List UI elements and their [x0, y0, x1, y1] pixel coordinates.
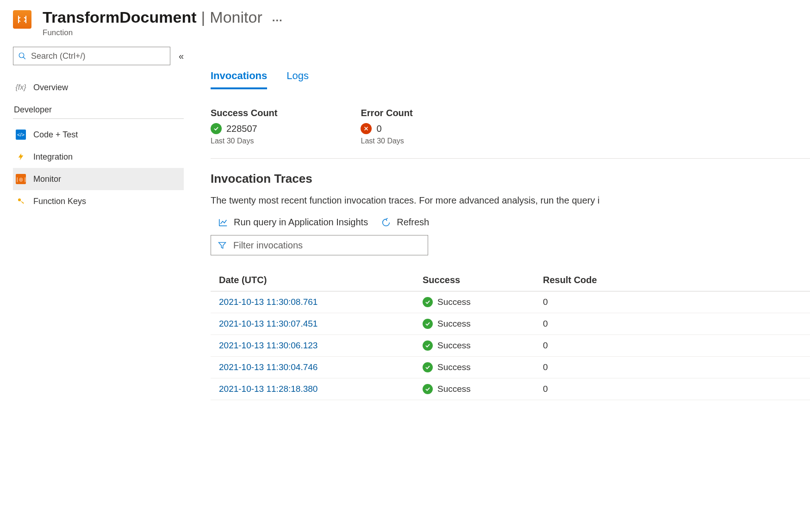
stat-value: 0 [376, 124, 381, 134]
stat-success: Success Count 228507 Last 30 Days [211, 108, 277, 145]
invocation-status: Success [414, 335, 535, 357]
check-circle-icon [423, 340, 433, 351]
table-row: 2021-10-13 11:28:18.380Success0 [211, 378, 810, 400]
fx-icon: {fx} [16, 82, 26, 93]
check-circle-icon [211, 123, 222, 134]
invocation-date-link[interactable]: 2021-10-13 11:30:04.746 [211, 357, 414, 378]
title-name: TransformDocument [43, 8, 197, 26]
filter-placeholder: Filter invocations [233, 240, 303, 251]
invocation-date-link[interactable]: 2021-10-13 11:28:18.380 [211, 378, 414, 400]
search-placeholder: Search (Ctrl+/) [31, 51, 86, 61]
table-row: 2021-10-13 11:30:08.761Success0 [211, 291, 810, 313]
sidebar-section-label: Developer [14, 105, 184, 115]
code-icon: </> [16, 130, 26, 140]
stat-sublabel: Last 30 Days [361, 137, 412, 145]
table-row: 2021-10-13 11:30:04.746Success0 [211, 357, 810, 378]
stat-value: 228507 [226, 124, 257, 134]
sidebar: Search (Ctrl+/) « {fx} Overview Develope… [0, 47, 192, 400]
bolt-icon [16, 152, 26, 162]
refresh-icon [381, 217, 391, 228]
sidebar-label: Code + Test [33, 130, 78, 140]
run-query-button[interactable]: Run query in Application Insights [218, 217, 368, 228]
sidebar-label: Monitor [33, 174, 61, 184]
stat-sublabel: Last 30 Days [211, 137, 277, 145]
invocation-result: 0 [535, 335, 810, 357]
check-circle-icon [423, 297, 433, 307]
invocation-status: Success [414, 291, 535, 313]
sidebar-item-integration[interactable]: Integration [13, 146, 184, 168]
sidebar-label: Function Keys [33, 197, 86, 206]
search-icon [18, 52, 26, 60]
chart-icon [218, 217, 228, 228]
invocation-date-link[interactable]: 2021-10-13 11:30:06.123 [211, 335, 414, 357]
filter-input[interactable]: Filter invocations [211, 235, 428, 255]
title-section: Monitor [210, 8, 262, 26]
svg-point-2 [18, 198, 21, 201]
invocation-status: Success [414, 313, 535, 335]
status-text: Success [437, 297, 471, 307]
invocation-result: 0 [535, 291, 810, 313]
status-text: Success [437, 362, 471, 372]
sidebar-item-function-keys[interactable]: Function Keys [13, 190, 184, 212]
svg-line-1 [23, 57, 25, 59]
stat-error: Error Count 0 Last 30 Days [361, 108, 412, 145]
filter-icon [218, 241, 227, 250]
sidebar-item-monitor[interactable]: ❘◎❘ Monitor [13, 168, 184, 190]
invocation-date-link[interactable]: 2021-10-13 11:30:07.451 [211, 313, 414, 335]
sidebar-item-overview[interactable]: {fx} Overview [13, 76, 184, 99]
traces-description: The twenty most recent function invocati… [211, 195, 810, 206]
sidebar-label: Integration [33, 152, 73, 162]
sidebar-item-code-test[interactable]: </> Code + Test [13, 124, 184, 146]
page-subtitle: Function [43, 28, 284, 37]
invocation-result: 0 [535, 313, 810, 335]
check-circle-icon [423, 362, 433, 372]
title-separator: | [201, 8, 206, 26]
table-row: 2021-10-13 11:30:07.451Success0 [211, 313, 810, 335]
collapse-sidebar-button[interactable]: « [179, 51, 184, 62]
function-app-icon [13, 10, 31, 29]
refresh-label: Refresh [397, 217, 429, 228]
stat-label: Success Count [211, 108, 277, 118]
page-title: TransformDocument | Monitor … [43, 8, 284, 26]
invocation-status: Success [414, 357, 535, 378]
traces-heading: Invocation Traces [211, 172, 810, 186]
tab-invocations[interactable]: Invocations [211, 70, 267, 89]
column-header-result[interactable]: Result Code [535, 269, 810, 291]
monitor-icon: ❘◎❘ [16, 174, 26, 184]
search-input[interactable]: Search (Ctrl+/) [13, 47, 170, 65]
column-header-success[interactable]: Success [414, 269, 535, 291]
more-icon[interactable]: … [272, 11, 284, 24]
x-circle-icon [361, 123, 372, 134]
check-circle-icon [423, 384, 433, 394]
refresh-button[interactable]: Refresh [381, 217, 429, 228]
run-query-label: Run query in Application Insights [234, 217, 368, 228]
sidebar-label: Overview [33, 83, 68, 93]
invocation-status: Success [414, 378, 535, 400]
invocations-table: Date (UTC) Success Result Code 2021-10-1… [211, 269, 810, 400]
table-row: 2021-10-13 11:30:06.123Success0 [211, 335, 810, 357]
key-icon [16, 196, 26, 206]
check-circle-icon [423, 319, 433, 329]
svg-point-0 [19, 53, 24, 58]
tab-logs[interactable]: Logs [287, 70, 309, 89]
status-text: Success [437, 340, 471, 351]
main-content: Invocations Logs Success Count 228507 La… [192, 47, 810, 400]
invocation-date-link[interactable]: 2021-10-13 11:30:08.761 [211, 291, 414, 313]
stat-label: Error Count [361, 108, 412, 118]
column-header-date[interactable]: Date (UTC) [211, 269, 414, 291]
invocation-result: 0 [535, 378, 810, 400]
status-text: Success [437, 384, 471, 394]
invocation-result: 0 [535, 357, 810, 378]
status-text: Success [437, 319, 471, 329]
tabs: Invocations Logs [211, 70, 810, 89]
sidebar-divider [13, 118, 184, 119]
